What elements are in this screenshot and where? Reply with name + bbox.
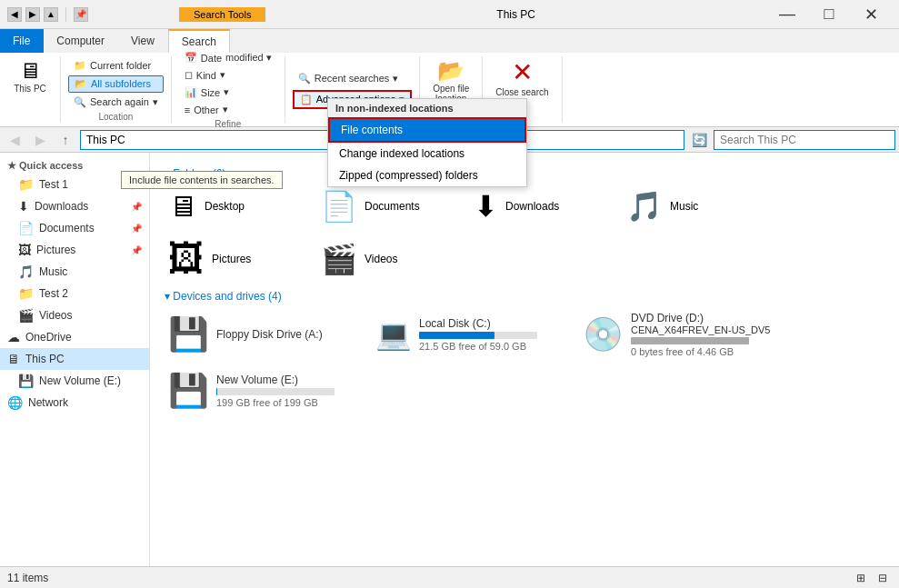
d-bar-bg [631, 337, 749, 344]
pin-icon[interactable]: 📌 [74, 7, 88, 22]
size-button[interactable]: 📊 Size ▾ [179, 85, 277, 100]
close-button[interactable]: ✕ [850, 0, 892, 29]
tab-computer[interactable]: Computer [44, 29, 118, 53]
pin-downloads: 📌 [131, 202, 142, 212]
close-search-icon: ✕ [512, 60, 533, 85]
recent-label: Recent searches [315, 73, 390, 84]
folder-item-documents[interactable]: 📄 Documents [317, 185, 463, 227]
subfolders-icon: 📂 [75, 78, 87, 90]
view-controls: ⊞ ⊟ [852, 569, 892, 587]
details-view-button[interactable]: ⊞ [852, 569, 870, 587]
d-info: DVD Drive (D:) CENA_X64FREV_EN-US_DV5 0 … [631, 312, 770, 357]
sidebar-item-music[interactable]: 🎵 Music [0, 261, 149, 283]
pin-pictures: 📌 [131, 245, 142, 255]
folder-item-desktop[interactable]: 🖥 Desktop [165, 185, 310, 227]
drives-grid: 💾 Floppy Disk Drive (A:) 💻 Local Disk (C… [165, 308, 884, 414]
sidebar-item-downloads[interactable]: ⬇ Downloads 📌 [0, 195, 149, 217]
tooltip-text: Include file contents in searches. [129, 174, 275, 185]
drive-item-floppy[interactable]: 💾 Floppy Disk Drive (A:) [165, 308, 365, 361]
current-folder-button[interactable]: 📁 Current folder [68, 58, 164, 74]
downloads-folder-name: Downloads [505, 200, 559, 213]
recent-searches-button[interactable]: 🔍 Recent searches ▾ [293, 71, 412, 86]
sidebar-item-test2[interactable]: 📁 Test 2 [0, 283, 149, 304]
adv-icon: 📋 [300, 94, 313, 105]
e-info: New Volume (E:) 199 GB free of 199 GB [216, 374, 335, 408]
c-drive-icon: 💻 [375, 317, 412, 352]
drives-section-header[interactable]: ▾ Devices and drives (4) [165, 290, 884, 303]
search-again-icon: 🔍 [74, 96, 86, 108]
test2-icon: 📁 [18, 286, 34, 301]
size-icon: 📊 [185, 86, 197, 98]
this-pc-label: This PC [14, 84, 46, 94]
folder-item-music[interactable]: 🎵 Music [623, 185, 768, 227]
music-sidebar-icon: 🎵 [18, 264, 34, 279]
forward-button[interactable]: ▶ [29, 129, 51, 151]
folder-item-downloads[interactable]: ⬇ Downloads [470, 185, 615, 227]
change-indexed-item[interactable]: Change indexed locations [328, 143, 526, 164]
up-icon[interactable]: ▲ [44, 7, 58, 22]
tab-file[interactable]: File [0, 29, 44, 53]
close-search-button[interactable]: ✕ Close search [490, 56, 554, 101]
e-bar-fill [216, 388, 217, 395]
quick-access-icon[interactable]: ◀ [7, 7, 22, 22]
sidebar-label-newvolume: New Volume (E:) [39, 374, 121, 387]
c-info: Local Disk (C:) 21.5 GB free of 59.0 GB [419, 317, 537, 352]
e-drive-icon: 💾 [168, 372, 209, 410]
pictures-icon: 🖼 [18, 243, 31, 257]
sidebar-item-pictures[interactable]: 🖼 Pictures 📌 [0, 239, 149, 261]
date-modified-button[interactable]: 📅 Date modified ▾ [179, 50, 277, 65]
maximize-button[interactable]: □ [808, 0, 850, 29]
sidebar-label-test1: Test 1 [39, 178, 68, 191]
title-bar: ◀ ▶ ▲ 📌 Search Tools This PC — □ ✕ [0, 0, 899, 29]
items-count: 11 items [7, 572, 48, 584]
sidebar-item-thispc[interactable]: 🖥 This PC [0, 348, 149, 370]
back-button[interactable]: ◀ [4, 129, 25, 151]
d-free: 0 bytes free of 4.46 GB [631, 346, 770, 357]
advanced-options-dropdown: In non-indexed locations File contents C… [327, 98, 527, 187]
ribbon-tabs-row: File Computer View Search [0, 29, 899, 53]
search-tools-group: Search Tools [179, 7, 265, 22]
drive-item-c[interactable]: 💻 Local Disk (C:) 21.5 GB free of 59.0 G… [372, 308, 572, 361]
search-again-button[interactable]: 🔍 Search again ▾ [68, 95, 164, 110]
downloads-icon: ⬇ [18, 199, 29, 214]
folder-item-pictures[interactable]: 🖼 Pictures [165, 234, 310, 283]
floppy-info: Floppy Disk Drive (A:) [216, 328, 323, 341]
music-folder-icon: 🎵 [626, 189, 663, 224]
sidebar-item-documents[interactable]: 📄 Documents 📌 [0, 217, 149, 239]
window-controls: — □ ✕ [766, 0, 892, 29]
folder-item-videos[interactable]: 🎬 Videos [317, 234, 463, 283]
main-area: ★ Quick access 📁 Test 1 📌 ⬇ Downloads 📌 … [0, 153, 899, 566]
other-button[interactable]: ≡ Other ▾ [179, 102, 277, 117]
search-input[interactable] [714, 130, 895, 150]
network-icon: 🌐 [7, 395, 23, 410]
d-label: CENA_X64FREV_EN-US_DV5 [631, 324, 770, 335]
c-bar-fill [419, 332, 494, 339]
recent-icon: 🔍 [298, 73, 311, 85]
refresh-button[interactable]: 🔄 [688, 129, 710, 151]
sidebar-item-network[interactable]: 🌐 Network [0, 392, 149, 414]
videos-sidebar-icon: 🎬 [18, 308, 34, 323]
folders-grid: 🖥 Desktop 📄 Documents ⬇ Downloads 🎵 Musi… [165, 185, 884, 283]
sidebar-item-onedrive[interactable]: ☁ OneDrive [0, 326, 149, 348]
minimize-button[interactable]: — [766, 0, 808, 29]
newvolume-icon: 💾 [18, 374, 34, 388]
file-contents-item[interactable]: File contents [328, 117, 526, 143]
drive-item-d[interactable]: 💿 DVD Drive (D:) CENA_X64FREV_EN-US_DV5 … [579, 308, 779, 361]
current-folder-icon: 📁 [74, 60, 86, 72]
sidebar-item-videos[interactable]: 🎬 Videos [0, 304, 149, 326]
all-subfolders-button[interactable]: 📂 All subfolders [68, 75, 164, 93]
date-label2: modified ▾ [225, 52, 272, 64]
floppy-name: Floppy Disk Drive (A:) [216, 328, 323, 341]
this-pc-button[interactable]: 🖥 This PC [7, 56, 53, 97]
drive-item-e[interactable]: 💾 New Volume (E:) 199 GB free of 199 GB [165, 368, 365, 414]
forward-icon[interactable]: ▶ [25, 7, 40, 22]
sidebar-label-downloads: Downloads [35, 200, 88, 213]
tab-view[interactable]: View [118, 29, 168, 53]
subfolders-label: All subfolders [91, 78, 151, 89]
large-icons-view-button[interactable]: ⊟ [874, 569, 892, 587]
sidebar-item-newvolume[interactable]: 💾 New Volume (E:) [0, 370, 149, 392]
pin-documents: 📌 [131, 224, 142, 234]
zipped-folders-item[interactable]: Zipped (compressed) folders [328, 164, 526, 186]
kind-button[interactable]: ◻ Kind ▾ [179, 67, 277, 83]
up-dir-button[interactable]: ↑ [55, 129, 76, 151]
